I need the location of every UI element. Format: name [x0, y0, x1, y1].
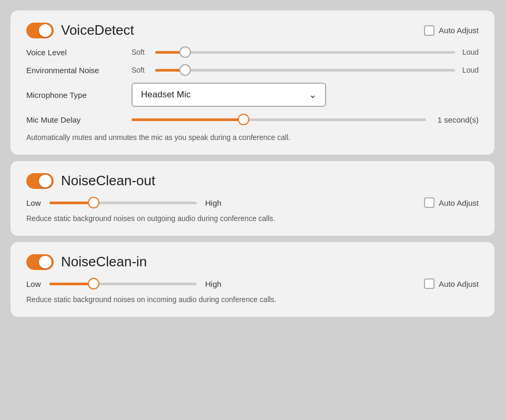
voice-detect-auto-adjust: Auto Adjust [424, 25, 479, 36]
noise-clean-out-auto-adjust: Auto Adjust [424, 197, 479, 208]
voice-detect-toggle[interactable] [26, 23, 54, 38]
noise-clean-in-auto-adjust-checkbox[interactable] [424, 278, 435, 289]
noise-clean-in-high-label: High [205, 279, 231, 288]
mic-type-row: Microphone Type Headset Mic ⌄ [26, 83, 479, 107]
noise-clean-out-title: NoiseClean-out [61, 173, 155, 189]
noise-clean-in-title: NoiseClean-in [61, 254, 147, 270]
noise-clean-out-description: Reduce static background noises on outgo… [26, 213, 479, 224]
mic-mute-delay-row: Mic Mute Delay 1 second(s) [26, 114, 479, 125]
env-noise-row: Environmental Noise Soft Loud [26, 65, 479, 75]
noise-clean-in-slider-row: Low High Auto Adjust [26, 278, 479, 289]
voice-detect-auto-adjust-checkbox[interactable] [424, 25, 435, 36]
noise-clean-out-header: NoiseClean-out [26, 173, 479, 189]
voice-detect-title: VoiceDetect [61, 22, 134, 38]
mic-mute-delay-fill [132, 118, 244, 121]
env-noise-loud-label: Loud [460, 66, 479, 74]
env-noise-label: Environmental Noise [26, 66, 132, 75]
mic-type-dropdown[interactable]: Headset Mic ⌄ [132, 83, 326, 107]
noise-clean-out-slider-row: Low High Auto Adjust [26, 197, 479, 208]
noise-clean-out-fill [49, 202, 94, 204]
voice-detect-card: VoiceDetect Auto Adjust Voice Level Soft… [11, 11, 494, 155]
mic-mute-delay-label: Mic Mute Delay [26, 115, 132, 124]
noise-clean-in-slider[interactable] [49, 278, 197, 289]
noise-clean-out-track [49, 202, 197, 204]
voice-level-label: Voice Level [26, 48, 132, 57]
noise-clean-in-toggle[interactable] [26, 254, 54, 270]
voice-level-loud-label: Loud [460, 48, 479, 56]
noise-clean-in-fill [49, 283, 94, 285]
noise-clean-in-description: Reduce static background noises on incom… [26, 294, 479, 305]
mic-type-value: Headset Mic [141, 89, 190, 100]
env-noise-slider[interactable] [155, 65, 455, 75]
noise-clean-in-low-label: Low [26, 279, 46, 288]
noise-clean-out-auto-adjust-checkbox[interactable] [424, 197, 435, 208]
noise-clean-in-auto-adjust-label: Auto Adjust [439, 279, 479, 288]
voice-level-slider[interactable] [155, 47, 455, 57]
mic-mute-delay-slider[interactable] [132, 114, 426, 125]
main-container: VoiceDetect Auto Adjust Voice Level Soft… [11, 11, 494, 317]
voice-detect-toggle-knob [39, 24, 52, 37]
voice-level-row: Voice Level Soft Loud [26, 47, 479, 57]
voice-level-soft-label: Soft [132, 48, 150, 56]
noise-clean-out-toggle-knob [39, 175, 52, 187]
voice-detect-auto-adjust-label: Auto Adjust [439, 26, 479, 35]
voice-detect-header: VoiceDetect Auto Adjust [26, 22, 479, 38]
noise-clean-in-header: NoiseClean-in [26, 254, 479, 270]
voice-detect-description: Automatically mutes and unmutes the mic … [26, 132, 479, 143]
noise-clean-in-track [49, 283, 197, 285]
env-noise-slider-container: Soft Loud [132, 65, 479, 75]
env-noise-thumb[interactable] [179, 64, 191, 76]
mic-mute-delay-thumb[interactable] [238, 114, 249, 125]
env-noise-soft-label: Soft [132, 66, 150, 74]
env-noise-track [155, 69, 455, 72]
noise-clean-out-card: NoiseClean-out Low High Auto Adjust Redu… [11, 161, 494, 236]
noise-clean-out-auto-adjust-label: Auto Adjust [439, 198, 479, 207]
voice-level-thumb[interactable] [179, 46, 191, 58]
noise-clean-out-high-label: High [205, 198, 231, 207]
noise-clean-out-toggle[interactable] [26, 173, 54, 189]
mic-mute-delay-track [132, 118, 426, 121]
noise-clean-in-thumb[interactable] [88, 278, 99, 289]
noise-clean-out-thumb[interactable] [88, 197, 99, 208]
noise-clean-out-slider[interactable] [49, 197, 197, 208]
noise-clean-in-toggle-knob [39, 256, 52, 268]
noise-clean-in-card: NoiseClean-in Low High Auto Adjust Reduc… [11, 242, 494, 317]
noise-clean-out-low-label: Low [26, 198, 46, 207]
chevron-down-icon: ⌄ [309, 89, 317, 101]
voice-level-slider-container: Soft Loud [132, 47, 479, 57]
voice-level-track [155, 51, 455, 54]
mic-mute-delay-value: 1 second(s) [431, 115, 479, 124]
mic-type-label: Microphone Type [26, 91, 132, 99]
noise-clean-in-auto-adjust: Auto Adjust [424, 278, 479, 289]
